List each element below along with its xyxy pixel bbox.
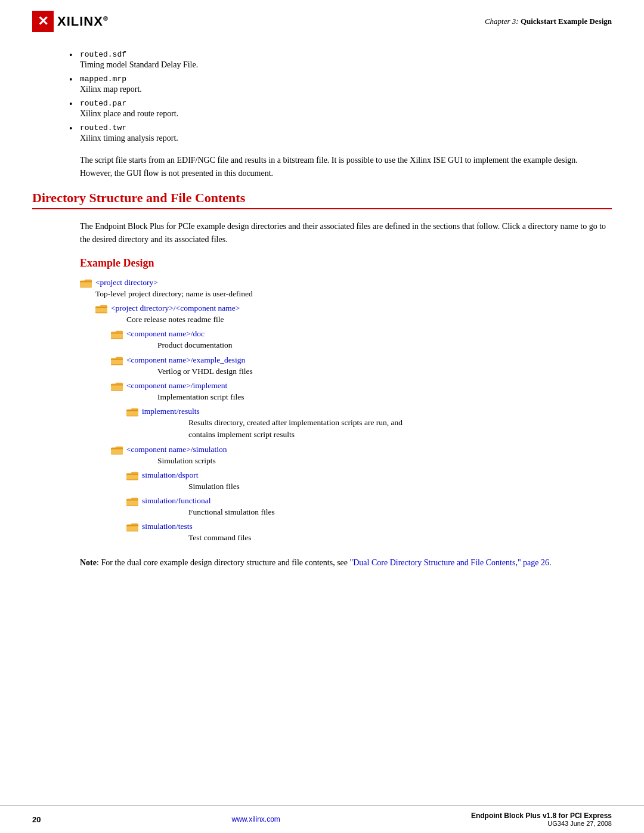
dir-item: <project directory>/<component name> Cor… bbox=[95, 304, 612, 326]
svg-rect-20 bbox=[111, 449, 123, 454]
dir-link-simulation-functional[interactable]: simulation/functional bbox=[142, 496, 210, 506]
page-header: ✕ XILINX® Chapter 3: Quickstart Example … bbox=[0, 0, 644, 38]
bullet-desc: Xilinx map report. bbox=[80, 85, 612, 94]
intro-paragraph: The script file starts from an EDIF/NGC … bbox=[80, 154, 612, 179]
note-label: Note bbox=[80, 558, 97, 567]
folder-icon bbox=[111, 330, 123, 339]
dir-item: <project directory> Top-level project di… bbox=[80, 278, 612, 300]
logo-text: XILINX® bbox=[57, 14, 109, 29]
page-content: routed.sdf Timing model Standard Delay F… bbox=[0, 38, 644, 805]
bullet-desc: Xilinx place and route report. bbox=[80, 109, 612, 119]
dir-row: simulation/dsport bbox=[126, 470, 612, 481]
dir-desc: Product documentation bbox=[157, 339, 612, 351]
dir-item: <component name>/doc Product documentati… bbox=[111, 329, 612, 351]
svg-rect-14 bbox=[111, 385, 123, 390]
dir-link[interactable]: <project directory> bbox=[95, 278, 158, 287]
folder-icon bbox=[126, 471, 138, 481]
dir-link[interactable]: <component name>/simulation bbox=[126, 445, 227, 454]
dir-desc: Functional simulation files bbox=[188, 506, 612, 518]
dir-link[interactable]: simulation/dsport bbox=[142, 470, 199, 480]
directory-tree: <project directory> Top-level project di… bbox=[80, 278, 612, 544]
dir-item: <component name>/simulation Simulation s… bbox=[111, 445, 612, 467]
svg-rect-8 bbox=[111, 333, 123, 338]
section-paragraph: The Endpoint Block Plus for PCIe example… bbox=[80, 220, 612, 246]
dir-link[interactable]: <component name>/implement bbox=[126, 381, 227, 391]
dir-row: <component name>/implement bbox=[111, 381, 612, 391]
dir-item: simulation/dsport Simulation files bbox=[126, 470, 612, 493]
xilinx-logo: ✕ XILINX® bbox=[32, 11, 109, 32]
page-footer: 20 www.xilinx.com Endpoint Block Plus v1… bbox=[0, 805, 644, 833]
folder-icon bbox=[126, 407, 138, 417]
list-item: mapped.mrp Xilinx map report. bbox=[80, 75, 612, 94]
folder-icon bbox=[126, 522, 138, 532]
dir-desc: Simulation files bbox=[188, 481, 612, 493]
footer-doc-title: Endpoint Block Plus v1.8 for PCI Express bbox=[471, 812, 612, 820]
page-container: ✕ XILINX® Chapter 3: Quickstart Example … bbox=[0, 0, 644, 833]
dir-desc: Top-level project directory; name is use… bbox=[95, 288, 612, 300]
dir-desc: Implementation script files bbox=[157, 391, 612, 403]
dir-link[interactable]: <component name>/example_design bbox=[126, 355, 245, 365]
footer-page-number: 20 bbox=[32, 815, 41, 824]
footer-right: Endpoint Block Plus v1.8 for PCI Express… bbox=[471, 812, 612, 827]
svg-rect-11 bbox=[111, 360, 123, 364]
dir-row: <component name>/doc bbox=[111, 329, 612, 339]
logo-x-letter: ✕ bbox=[38, 14, 48, 29]
dir-desc: Test command files bbox=[188, 532, 612, 544]
dir-row: simulation/functional bbox=[126, 496, 612, 506]
dir-item: simulation/tests Test command files bbox=[126, 522, 612, 544]
dir-link[interactable]: implement/results bbox=[142, 407, 200, 416]
bullet-code: mapped.mrp bbox=[80, 75, 612, 83]
footer-doc-sub: UG343 June 27, 2008 bbox=[471, 820, 612, 827]
svg-rect-17 bbox=[126, 411, 138, 416]
svg-rect-2 bbox=[80, 282, 92, 287]
svg-rect-23 bbox=[126, 475, 138, 479]
dir-desc: Core release notes readme file bbox=[126, 314, 612, 326]
svg-rect-5 bbox=[95, 308, 107, 312]
subsection-heading: Example Design bbox=[80, 257, 612, 270]
svg-rect-26 bbox=[126, 500, 138, 505]
dir-row: simulation/tests bbox=[126, 522, 612, 532]
dir-item: <component name>/example_design Verilog … bbox=[111, 355, 612, 377]
note-paragraph: Note: For the dual core example design d… bbox=[80, 556, 612, 569]
bullet-code: routed.twr bbox=[80, 123, 612, 132]
dir-row: <project directory>/<component name> bbox=[95, 304, 612, 314]
bullet-desc: Timing model Standard Delay File. bbox=[80, 60, 612, 70]
bullet-code: routed.par bbox=[80, 99, 612, 108]
folder-icon bbox=[80, 278, 92, 288]
folder-icon bbox=[111, 445, 123, 455]
note-link[interactable]: "Dual Core Directory Structure and File … bbox=[350, 558, 550, 567]
footer-url[interactable]: www.xilinx.com bbox=[232, 815, 280, 823]
list-item: routed.par Xilinx place and route report… bbox=[80, 99, 612, 119]
folder-icon bbox=[111, 356, 123, 366]
folder-icon bbox=[111, 382, 123, 391]
dir-desc: Verilog or VHDL design files bbox=[157, 366, 612, 377]
dir-item: <component name>/implement Implementatio… bbox=[111, 381, 612, 403]
svg-rect-29 bbox=[126, 526, 138, 531]
bullet-list: routed.sdf Timing model Standard Delay F… bbox=[80, 50, 612, 143]
dir-desc: Simulation scripts bbox=[157, 455, 612, 467]
dir-link[interactable]: <component name>/doc bbox=[126, 329, 205, 339]
header-chapter: Chapter 3: Quickstart Example Design bbox=[485, 17, 612, 26]
list-item: routed.twr Xilinx timing analysis report… bbox=[80, 123, 612, 143]
folder-icon bbox=[95, 304, 107, 314]
dir-row: implement/results bbox=[126, 407, 612, 417]
folder-icon bbox=[126, 497, 138, 506]
logo-box: ✕ bbox=[32, 11, 54, 32]
dir-row: <project directory> bbox=[80, 278, 612, 288]
dir-link[interactable]: simulation/tests bbox=[142, 522, 193, 531]
bullet-code: routed.sdf bbox=[80, 50, 612, 59]
dir-desc: Results directory, created after impleme… bbox=[188, 417, 612, 441]
list-item: routed.sdf Timing model Standard Delay F… bbox=[80, 50, 612, 70]
bullet-desc: Xilinx timing analysis report. bbox=[80, 134, 612, 143]
dir-item: implement/results Results directory, cre… bbox=[126, 407, 612, 441]
dir-row: <component name>/example_design bbox=[111, 355, 612, 366]
dir-link[interactable]: <project directory>/<component name> bbox=[111, 304, 240, 313]
dir-item: simulation/functional Functional simulat… bbox=[126, 496, 612, 518]
section-heading: Directory Structure and File Contents bbox=[32, 190, 612, 209]
dir-row: <component name>/simulation bbox=[111, 445, 612, 455]
